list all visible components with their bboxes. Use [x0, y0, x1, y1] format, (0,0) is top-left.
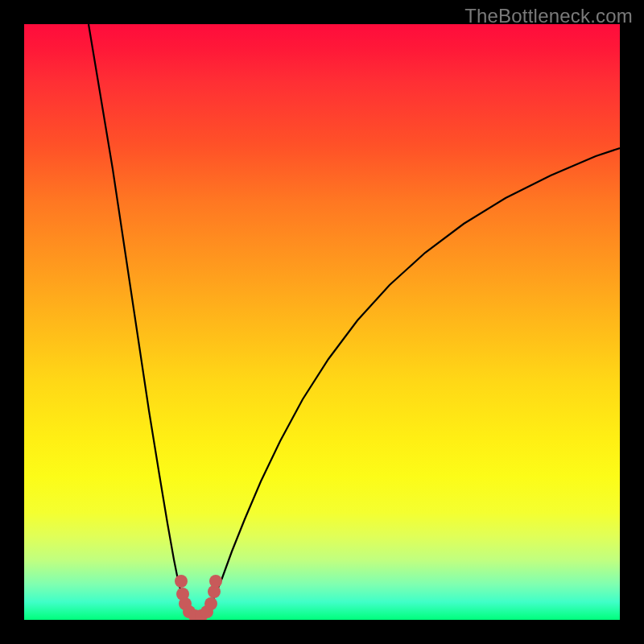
bottleneck-curve — [24, 24, 620, 620]
curve-line — [89, 24, 620, 616]
highlight-dot — [175, 575, 188, 588]
highlight-dot — [204, 597, 217, 610]
chart-plot-area — [24, 24, 620, 620]
watermark-text: TheBottleneck.com — [464, 5, 633, 27]
highlight-dot — [209, 575, 222, 588]
highlight-dots — [175, 575, 222, 620]
